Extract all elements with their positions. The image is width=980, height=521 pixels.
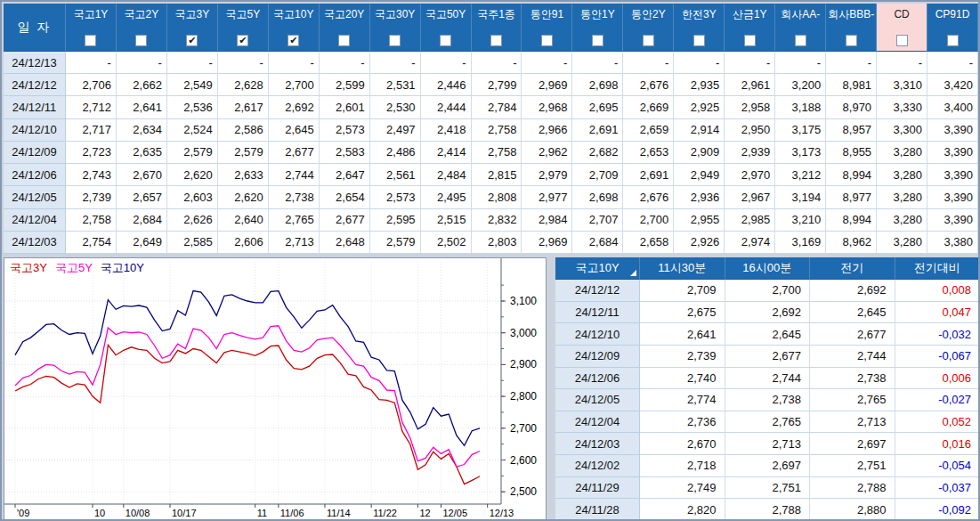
column-checkbox-3[interactable]: ✔ <box>237 35 248 46</box>
column-header-14[interactable]: 회사AA- <box>775 4 826 52</box>
rate-cell-10: 2,698 <box>572 74 623 96</box>
column-header-16[interactable]: CD <box>877 4 927 52</box>
rate-cell-4: 2,765 <box>269 209 320 232</box>
rate-cell-8: 2,832 <box>472 209 522 232</box>
rate-cell-3: 2,617 <box>218 96 269 118</box>
rate-cell-17: 3,390 <box>927 209 978 232</box>
rate-cell-2: - <box>167 52 218 74</box>
detail-date-cell: 24/12/10 <box>555 323 640 346</box>
column-checkbox-7[interactable] <box>440 35 451 46</box>
column-header-label-8: 국주1종 <box>477 9 515 20</box>
date-cell: 24/12/04 <box>4 209 66 232</box>
rate-cell-8: 2,799 <box>472 74 522 96</box>
detail-header-0[interactable]: 국고10Y <box>555 257 640 280</box>
rate-cell-1: 2,670 <box>117 164 167 186</box>
rate-cell-12: 2,935 <box>674 74 725 96</box>
date-cell: 24/12/05 <box>4 186 66 208</box>
rate-cell-17: 3,390 <box>927 119 978 142</box>
column-header-13[interactable]: 산금1Y <box>725 4 775 52</box>
rate-cell-6: 2,531 <box>370 74 421 96</box>
column-header-3[interactable]: 국고5Y✔ <box>218 4 269 52</box>
column-checkbox-16[interactable] <box>896 35 908 46</box>
column-header-4[interactable]: 국고10Y✔ <box>269 4 320 52</box>
column-checkbox-8[interactable] <box>490 35 502 46</box>
detail-change-cell: -0,067 <box>895 346 980 368</box>
rate-cell-6: 2,573 <box>370 186 421 208</box>
column-header-17[interactable]: CP91D <box>927 4 978 52</box>
rate-cell-0: - <box>66 52 117 74</box>
column-checkbox-15[interactable] <box>846 35 857 46</box>
column-header-6[interactable]: 국고30Y <box>370 4 421 52</box>
rate-cell-10: - <box>572 52 623 74</box>
rate-cell-3: 2,586 <box>218 119 269 142</box>
column-checkbox-1[interactable] <box>135 35 147 46</box>
rate-cell-9: 2,984 <box>522 209 572 232</box>
rate-cell-4: 2,677 <box>269 142 320 164</box>
rate-cell-17: - <box>927 52 978 74</box>
rate-cell-5: 2,601 <box>320 96 370 118</box>
column-checkbox-4[interactable]: ✔ <box>288 35 299 46</box>
rate-cell-15: 8,994 <box>826 209 877 232</box>
column-header-label-16: CD <box>894 9 909 20</box>
column-checkbox-17[interactable] <box>947 35 959 46</box>
rate-cell-12: 2,909 <box>674 142 725 164</box>
rate-cell-1: 2,649 <box>117 232 167 254</box>
column-header-11[interactable]: 통안2Y <box>623 4 674 52</box>
rate-cell-13: 2,967 <box>725 186 775 208</box>
rate-cell-6: 2,595 <box>370 209 421 232</box>
detail-change-cell: 0,047 <box>895 302 980 324</box>
rate-cell-5: - <box>320 52 370 74</box>
y-axis-label: 2,800 <box>510 390 537 403</box>
rate-cell-13: 2,974 <box>725 232 775 254</box>
rate-cell-1: 2,635 <box>117 142 167 164</box>
rate-cell-2: 2,620 <box>167 164 218 186</box>
rate-cell-1: 2,641 <box>117 96 167 118</box>
rate-cell-11: 2,700 <box>623 209 674 232</box>
column-header-0[interactable]: 국고1Y <box>66 4 117 52</box>
column-checkbox-11[interactable] <box>643 35 654 46</box>
rate-cell-9: 2,962 <box>522 142 572 164</box>
rate-cell-11: 2,669 <box>623 96 674 118</box>
bond-yield-terminal: 일 자국고1Y국고2Y국고3Y✔국고5Y✔국고10Y✔국고20Y국고30Y국고5… <box>0 0 980 521</box>
column-header-1[interactable]: 국고2Y <box>117 4 167 52</box>
rate-cell-7: 2,446 <box>421 74 472 96</box>
column-checkbox-0[interactable] <box>85 35 96 46</box>
column-checkbox-14[interactable] <box>795 35 806 46</box>
detail-date-cell: 24/12/03 <box>555 433 640 455</box>
column-checkbox-5[interactable] <box>338 35 350 46</box>
column-header-9[interactable]: 통안91 <box>522 4 572 52</box>
rate-cell-9: 2,966 <box>522 119 572 142</box>
column-header-5[interactable]: 국고20Y <box>320 4 370 52</box>
x-axis-label: 10/17 <box>172 508 197 518</box>
detail-date-cell: 24/12/06 <box>555 368 640 390</box>
bond-matrix-table: 일 자국고1Y국고2Y국고3Y✔국고5Y✔국고10Y✔국고20Y국고30Y국고5… <box>4 4 978 254</box>
detail-prev-cell: 2,738 <box>810 368 895 390</box>
column-header-8[interactable]: 국주1종 <box>472 4 522 52</box>
column-checkbox-9[interactable] <box>541 35 553 46</box>
column-header-label-15: 회사BBB- <box>828 9 874 20</box>
column-header-label-14: 회사AA- <box>781 9 820 20</box>
detail-1600-cell: 2,765 <box>725 411 811 434</box>
rate-cell-16: 3,300 <box>877 119 927 142</box>
rate-cell-7: 2,502 <box>421 232 472 254</box>
column-checkbox-13[interactable] <box>744 35 756 46</box>
rate-cell-5: 2,599 <box>320 74 370 96</box>
legend-item-2: 국고10Y <box>101 261 144 274</box>
column-header-7[interactable]: 국고50Y <box>421 4 472 52</box>
column-header-10[interactable]: 통안1Y <box>572 4 623 52</box>
column-header-15[interactable]: 회사BBB- <box>826 4 877 52</box>
column-header-12[interactable]: 한전3Y <box>674 4 725 52</box>
chart-legend: 국고3Y국고5Y국고10Y <box>10 260 152 276</box>
column-checkbox-10[interactable] <box>592 35 603 46</box>
rate-cell-2: 2,626 <box>167 209 218 232</box>
rate-cell-0: 2,717 <box>66 119 117 142</box>
column-header-label-5: 국고20Y <box>324 9 364 20</box>
column-checkbox-2[interactable]: ✔ <box>186 35 198 46</box>
column-checkbox-12[interactable] <box>693 35 705 46</box>
rate-cell-14: 3,188 <box>775 96 826 118</box>
rate-cell-16: 3,280 <box>877 209 927 232</box>
x-axis-label: 11/22 <box>373 508 397 518</box>
column-checkbox-6[interactable] <box>389 35 401 46</box>
rate-cell-3: - <box>218 52 269 74</box>
column-header-2[interactable]: 국고3Y✔ <box>167 4 218 52</box>
